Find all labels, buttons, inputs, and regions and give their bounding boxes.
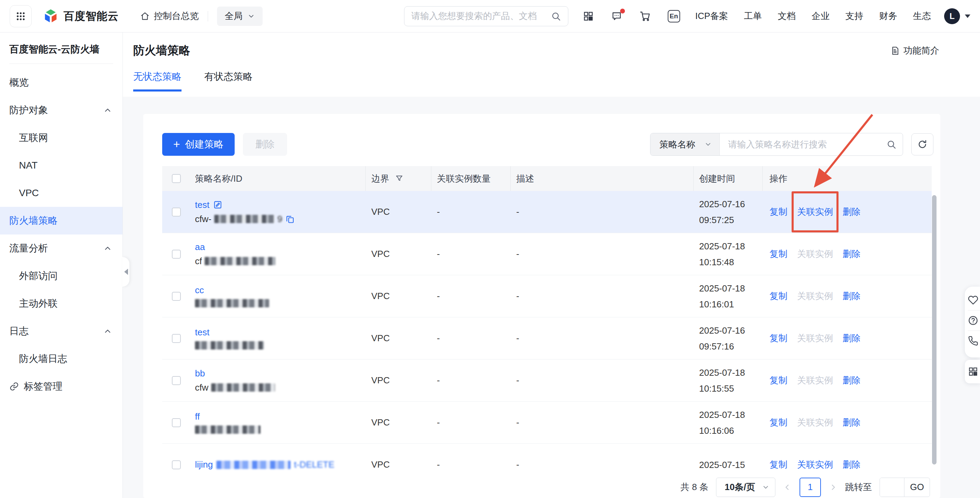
topbar-link-工单[interactable]: 工单 xyxy=(744,10,762,22)
tab-有状态策略[interactable]: 有状态策略 xyxy=(204,70,253,91)
sidebar-item-label: 外部访问 xyxy=(19,270,57,283)
policy-name-link[interactable]: test xyxy=(195,327,210,338)
go-button[interactable]: GO xyxy=(904,478,930,496)
region-label: 全局 xyxy=(224,10,243,22)
associate-instance-action-link[interactable]: 关联实例 xyxy=(797,206,833,218)
topbar-link-企业[interactable]: 企业 xyxy=(811,10,830,22)
instance-count-cell: - xyxy=(431,375,511,386)
favorite-icon[interactable] xyxy=(968,293,978,307)
chevron-up-icon xyxy=(103,106,112,115)
row-checkbox[interactable] xyxy=(172,460,181,469)
delete-action-link[interactable]: 删除 xyxy=(843,459,861,471)
sidebar-item-互联网[interactable]: 互联网 xyxy=(0,124,123,152)
column-header-描述: 描述 xyxy=(511,166,694,191)
policy-id-prefix: cfw xyxy=(195,382,208,393)
sidebar-collapse-handle[interactable] xyxy=(123,257,130,287)
edit-name-icon[interactable] xyxy=(213,200,223,210)
delete-action-link[interactable]: 删除 xyxy=(843,417,861,429)
delete-action-link[interactable]: 删除 xyxy=(843,332,861,344)
select-all-checkbox[interactable] xyxy=(172,174,181,183)
associate-instance-action-link: 关联实例 xyxy=(797,290,833,302)
topbar-link-文档[interactable]: 文档 xyxy=(778,10,796,22)
cart-button[interactable] xyxy=(640,11,651,22)
row-checkbox[interactable] xyxy=(172,376,181,385)
associate-instance-action-link[interactable]: 关联实例 xyxy=(797,459,833,471)
language-en-button[interactable]: En xyxy=(668,10,680,22)
topbar-link-生态[interactable]: 生态 xyxy=(913,10,931,22)
sidebar-item-防护对象[interactable]: 防护对象 xyxy=(0,96,123,124)
console-overview-link[interactable]: 控制台总览 xyxy=(140,10,199,22)
copy-action-link[interactable]: 复制 xyxy=(770,290,788,302)
next-page-button[interactable] xyxy=(829,483,837,492)
delete-action-link[interactable]: 删除 xyxy=(843,374,861,386)
policy-name-link[interactable]: bb xyxy=(195,368,205,379)
copy-action-link[interactable]: 复制 xyxy=(770,459,788,471)
copy-action-link[interactable]: 复制 xyxy=(770,206,788,218)
refresh-button[interactable] xyxy=(911,133,934,155)
sidebar-item-外部访问[interactable]: 外部访问 xyxy=(0,262,123,290)
policy-name-link[interactable]: ff xyxy=(195,411,200,422)
sidebar-item-防火墙策略[interactable]: 防火墙策略 xyxy=(0,207,123,235)
sidebar-item-VPC[interactable]: VPC xyxy=(0,179,123,207)
prev-page-button[interactable] xyxy=(783,483,792,492)
row-checkbox[interactable] xyxy=(172,418,181,427)
sidebar-title: 百度智能云-云防火墙 xyxy=(0,32,123,64)
avatar[interactable]: L xyxy=(944,8,960,24)
current-page[interactable]: 1 xyxy=(800,477,821,497)
copy-id-icon[interactable] xyxy=(285,214,295,224)
feature-intro-link[interactable]: 功能简介 xyxy=(890,45,939,57)
policy-search-input[interactable] xyxy=(728,139,886,150)
policy-name-link[interactable]: cc xyxy=(195,285,204,295)
row-checkbox[interactable] xyxy=(172,250,181,259)
row-checkbox[interactable] xyxy=(172,334,181,343)
copy-action-link[interactable]: 复制 xyxy=(770,248,788,260)
copy-action-link[interactable]: 复制 xyxy=(770,374,788,386)
search-icon[interactable] xyxy=(886,139,896,150)
brand-logo[interactable]: 百度智能云 xyxy=(43,8,119,24)
filter-field-selector[interactable]: 策略名称 xyxy=(651,133,720,155)
help-icon[interactable] xyxy=(968,313,978,328)
created-date: 2025-07-16 xyxy=(699,324,763,337)
delete-action-link[interactable]: 删除 xyxy=(843,206,861,218)
sidebar-item-日志[interactable]: 日志 xyxy=(0,318,123,345)
qr-panel-button[interactable] xyxy=(965,360,980,383)
policy-name-link[interactable]: aa xyxy=(195,242,205,252)
topbar-link-ICP备案[interactable]: ICP备案 xyxy=(695,10,728,22)
column-header-label: 策略名称/ID xyxy=(195,173,242,185)
global-search-input[interactable] xyxy=(411,11,551,21)
policy-name-link[interactable]: lijing xyxy=(195,459,213,470)
policy-name-link[interactable]: test xyxy=(195,200,210,210)
sidebar-item-防火墙日志[interactable]: 防火墙日志 xyxy=(0,345,123,373)
qr-code-button[interactable] xyxy=(583,11,594,22)
apps-grid-button[interactable] xyxy=(10,5,32,27)
copy-action-link[interactable]: 复制 xyxy=(770,332,788,344)
delete-button[interactable]: 删除 xyxy=(243,133,287,156)
table-scrollbar[interactable] xyxy=(932,195,937,464)
topbar-link-支持[interactable]: 支持 xyxy=(845,10,863,22)
copy-action-link[interactable]: 复制 xyxy=(770,417,788,429)
sidebar-item-概览[interactable]: 概览 xyxy=(0,69,123,96)
row-checkbox[interactable] xyxy=(172,208,181,217)
tab-无状态策略[interactable]: 无状态策略 xyxy=(133,70,181,91)
sidebar-item-标签管理[interactable]: 标签管理 xyxy=(0,373,123,400)
sidebar-item-主动外联[interactable]: 主动外联 xyxy=(0,290,123,318)
created-time-cell: 2025-07-1609:57:16 xyxy=(694,324,763,353)
feature-intro-label: 功能简介 xyxy=(904,45,939,57)
filter-funnel-icon[interactable] xyxy=(395,174,404,183)
page-size-selector[interactable]: 10条/页 xyxy=(716,477,775,497)
account-menu[interactable]: L xyxy=(944,8,970,24)
row-checkbox-cell xyxy=(162,250,188,259)
sidebar-item-NAT[interactable]: NAT xyxy=(0,152,123,179)
phone-icon[interactable] xyxy=(968,334,978,348)
message-button[interactable] xyxy=(611,11,622,22)
delete-action-link[interactable]: 删除 xyxy=(843,290,861,302)
topbar-link-财务[interactable]: 财务 xyxy=(879,10,897,22)
row-checkbox[interactable] xyxy=(172,292,181,301)
boundary-cell: VPC xyxy=(366,333,431,344)
create-policy-button[interactable]: + 创建策略 xyxy=(162,133,235,156)
delete-action-link[interactable]: 删除 xyxy=(843,248,861,260)
region-selector[interactable]: 全局 xyxy=(217,6,262,26)
jump-page-input[interactable] xyxy=(880,478,904,496)
sidebar-item-流量分析[interactable]: 流量分析 xyxy=(0,235,123,262)
table-toolbar: + 创建策略 删除 策略名称 xyxy=(143,114,940,166)
